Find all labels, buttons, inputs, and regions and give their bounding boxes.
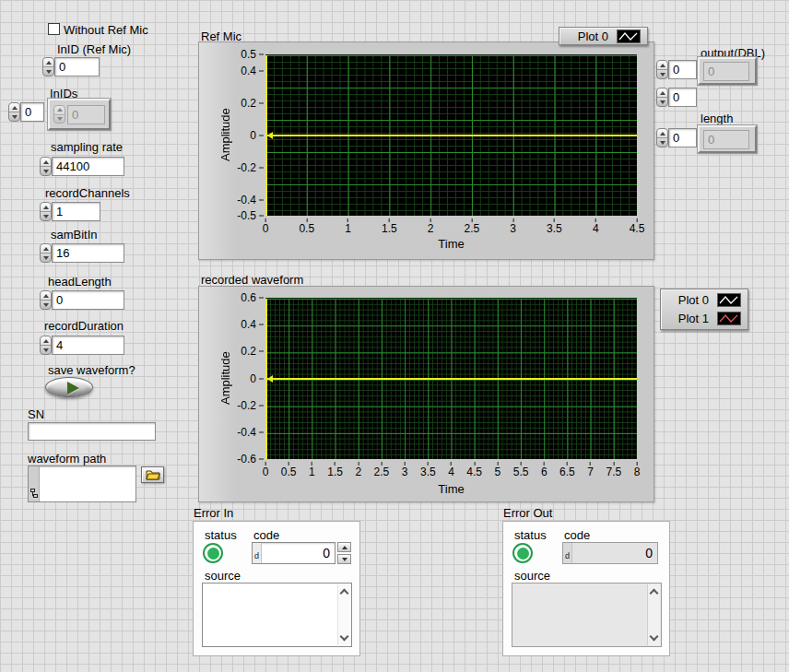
length-index-spinner[interactable] [656, 128, 668, 147]
output-dbl-element: 0 [703, 62, 749, 81]
sam-bit-in-label: samBitIn [51, 228, 98, 242]
inids-element-value[interactable]: 0 [67, 105, 105, 124]
waveform-path-field[interactable] [28, 466, 136, 502]
recorded-waveform-legend[interactable]: Plot 0 Plot 1 [660, 289, 748, 330]
waveform-path-label: waveform path [28, 452, 106, 466]
x-tick-label: 0.5 [299, 218, 314, 235]
y-tick-label: 0.5 [241, 49, 264, 61]
output-dbl-col-spinner[interactable] [656, 88, 668, 107]
sam-bit-in-value[interactable]: 16 [52, 243, 124, 263]
error-in-code-value[interactable]: 0 [262, 543, 335, 563]
x-tick-label: 1.5 [327, 462, 343, 478]
y-tick-label: -0.6 [237, 454, 264, 466]
error-in-code-spinners [337, 542, 351, 564]
recorded-waveform-plot-area[interactable] [265, 298, 637, 459]
inids-index-value[interactable]: 0 [20, 102, 44, 122]
path-glyph-icon [30, 488, 38, 499]
head-length-spinner[interactable] [40, 290, 52, 310]
error-out-code-value: 0 [572, 543, 657, 563]
sam-bit-in-spinner[interactable] [40, 243, 52, 263]
ref-mic-x-axis-label: Time [265, 237, 637, 251]
error-out-status-label: status [514, 528, 547, 542]
x-tick-label: 6 [541, 462, 548, 478]
inids-array-shell: 0 [48, 99, 111, 130]
legend-row-plot1[interactable]: Plot 1 [667, 312, 741, 325]
error-out-source-field [512, 583, 662, 647]
legend-row-plot0[interactable]: Plot 0 [667, 293, 741, 307]
x-tick-label: 3 [402, 462, 408, 478]
error-in-status-label: status [205, 528, 237, 542]
x-tick-label: 1.5 [382, 218, 397, 235]
error-out-source-label: source [514, 569, 550, 583]
error-in-code-field[interactable]: d 0 [252, 542, 336, 564]
path-type-strip [29, 466, 40, 501]
error-in-status-led[interactable] [203, 543, 223, 563]
legend-plot0-label: Plot 0 [678, 293, 709, 307]
radix-indicator: d [563, 543, 572, 563]
without-ref-mic-checkbox[interactable] [48, 23, 60, 35]
error-out-label: Error Out [503, 506, 552, 520]
length-index-row: 0 [656, 128, 697, 147]
error-in-code-control: d 0 [252, 542, 351, 564]
y-tick-label: -0.5 [237, 210, 264, 222]
y-tick-label: 0.2 [241, 346, 264, 358]
record-duration-spinner[interactable] [40, 336, 52, 355]
decrement-button[interactable] [337, 554, 351, 564]
ref-mic-legend[interactable]: Plot 0 [559, 27, 648, 45]
sampling-rate-value[interactable]: 44100 [52, 157, 124, 176]
x-tick-label: 4.5 [630, 218, 645, 235]
error-in-code-label: code [253, 528, 279, 542]
x-tick-label: 1 [345, 218, 351, 235]
record-channels-control: 1 [40, 202, 100, 221]
record-channels-spinner[interactable] [40, 202, 52, 221]
x-tick-label: 7 [587, 462, 594, 478]
inid-spinner[interactable] [42, 57, 54, 77]
y-tick-label: -0.2 [237, 161, 264, 173]
error-in-source-field[interactable] [202, 583, 352, 647]
output-dbl-row-index[interactable]: 0 [668, 60, 697, 79]
save-waveform-label: save waveform? [48, 363, 135, 377]
error-out-code-field: d 0 [562, 542, 658, 564]
increment-button[interactable] [337, 542, 351, 552]
inid-value[interactable]: 0 [54, 57, 100, 77]
sampling-rate-spinner[interactable] [40, 157, 52, 176]
record-channels-value[interactable]: 1 [52, 202, 100, 221]
record-duration-label: recordDuration [44, 319, 124, 333]
x-tick-label: 4.5 [466, 462, 482, 478]
x-tick-label: 4 [593, 218, 599, 235]
error-in-label: Error In [194, 506, 233, 520]
labview-front-panel: Without Ref Mic InID (Ref Mic) 0 InIDs 0… [0, 0, 789, 672]
head-length-label: headLength [48, 275, 112, 289]
recorded-waveform-x-ticks: 00.511.522.533.544.555.566.577.58 [265, 462, 637, 478]
toggle-arrow-icon [67, 382, 79, 395]
x-tick-label: 0.5 [281, 462, 297, 478]
path-text[interactable] [40, 466, 135, 501]
output-dbl-col-index[interactable]: 0 [668, 88, 697, 107]
record-duration-value[interactable]: 4 [52, 336, 124, 355]
length-index[interactable]: 0 [668, 128, 697, 147]
browse-button[interactable] [141, 466, 164, 483]
radix-indicator[interactable]: d [253, 543, 262, 563]
x-tick-label: 7.5 [606, 462, 621, 478]
sn-field[interactable] [28, 422, 156, 441]
legend-row-plot0[interactable]: Plot 0 [566, 29, 641, 43]
y-tick-label: 0.4 [241, 65, 264, 77]
record-channels-label: recordChannels [45, 186, 130, 200]
origin-marker [267, 375, 273, 383]
recorded-waveform-x-axis-label: Time [265, 482, 637, 496]
ref-mic-plot-area[interactable] [265, 54, 637, 216]
sam-bit-in-control: 16 [40, 243, 124, 263]
save-waveform-toggle[interactable] [45, 377, 93, 397]
plot-zero-line [265, 378, 637, 380]
head-length-value[interactable]: 0 [52, 290, 124, 310]
length-element: 0 [703, 130, 749, 149]
legend-plot0-line-sample [617, 29, 641, 43]
x-tick-label: 0 [263, 218, 269, 235]
error-out-code-label: code [564, 528, 590, 542]
head-length-control: 0 [40, 290, 124, 310]
output-dbl-array-shell: 0 [698, 57, 757, 85]
inids-index-spinner[interactable] [8, 102, 20, 122]
output-dbl-row-spinner[interactable] [656, 60, 668, 79]
y-tick-label: 0.4 [241, 319, 264, 331]
inids-element-spinner[interactable] [53, 105, 65, 124]
